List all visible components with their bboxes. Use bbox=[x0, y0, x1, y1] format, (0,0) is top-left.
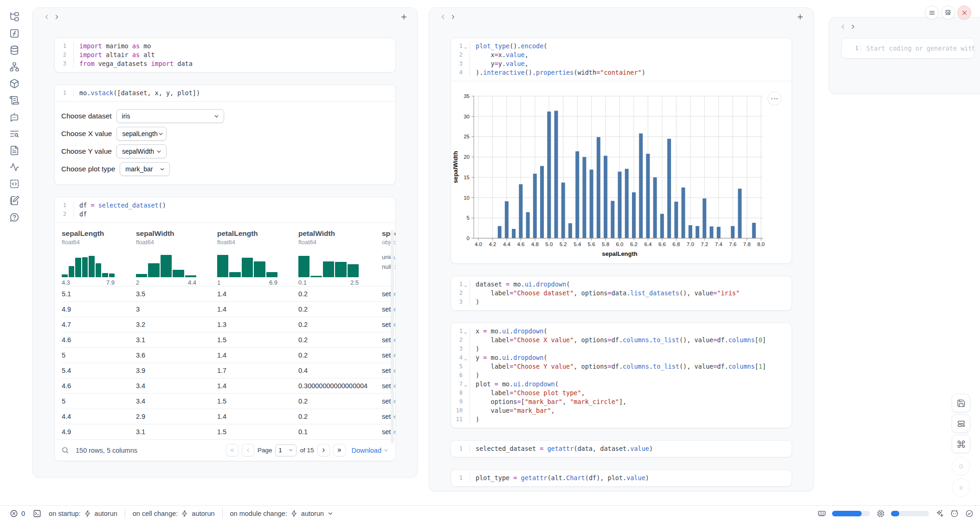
table-row[interactable]: 4.42.91.40.2setosa bbox=[62, 409, 395, 424]
help-bubble-icon[interactable] bbox=[9, 212, 20, 222]
save-button[interactable] bbox=[952, 394, 970, 412]
terminal-icon[interactable] bbox=[32, 509, 41, 518]
chat-bot-icon[interactable] bbox=[9, 111, 20, 122]
activity-pulse-icon[interactable] bbox=[9, 162, 20, 172]
database-icon[interactable] bbox=[9, 45, 20, 55]
file-tree-icon[interactable] bbox=[9, 11, 20, 22]
logs-scroll-icon[interactable] bbox=[9, 95, 20, 105]
add-cell-icon[interactable] bbox=[399, 12, 409, 22]
settings-gear-icon[interactable] bbox=[941, 6, 955, 20]
code-line[interactable]: 4y = mo.ui.dropdown( bbox=[451, 353, 792, 362]
code-line[interactable]: 1df = selected_dataset() bbox=[55, 201, 395, 210]
panel-next-icon[interactable] bbox=[448, 12, 458, 22]
empty-code-cell[interactable]: 1 Start coding or generate with AI bbox=[841, 38, 974, 59]
table-row[interactable]: 4.931.40.2setosa bbox=[62, 301, 395, 317]
run-button[interactable] bbox=[952, 478, 970, 497]
code-line[interactable]: 9 options=["mark_bar", "mark_circle"], bbox=[451, 397, 792, 406]
dataset-dropdown-cell[interactable]: 1dataset = mo.ui.dropdown(2 label="Choos… bbox=[451, 276, 792, 311]
panel-next-icon[interactable] bbox=[848, 21, 858, 32]
add-cell-icon[interactable] bbox=[795, 12, 805, 22]
next-page-button[interactable] bbox=[317, 444, 330, 456]
panel-prev-icon[interactable] bbox=[438, 12, 448, 22]
code-line[interactable]: 2 label="Choose X value", options=df.col… bbox=[451, 336, 792, 345]
table-row[interactable]: 4.93.11.50.1setosa bbox=[62, 424, 395, 439]
code-line[interactable]: 2import altair as alt bbox=[55, 51, 395, 59]
table-row[interactable]: 4.63.41.40.30000000000000004setosa bbox=[62, 378, 395, 393]
panel-prev-icon[interactable] bbox=[838, 21, 848, 32]
menu-icon[interactable] bbox=[925, 6, 939, 20]
previous-page-button[interactable] bbox=[242, 444, 254, 456]
last-page-button[interactable] bbox=[333, 444, 346, 456]
table-row[interactable]: 5.43.91.70.4setosa bbox=[62, 363, 395, 378]
page-number-select[interactable]: 1 bbox=[275, 444, 297, 456]
table-row[interactable]: 53.41.50.2setosa bbox=[62, 393, 395, 409]
chart-menu-icon[interactable] bbox=[767, 91, 781, 105]
table-column-header[interactable]: sepalLengthfloat644.37.9 bbox=[62, 229, 136, 286]
code-line[interactable]: 1import marimo as mo bbox=[55, 42, 395, 51]
download-button[interactable]: Download bbox=[352, 447, 389, 454]
panel-prev-icon[interactable] bbox=[41, 12, 52, 22]
check-circle-icon[interactable] bbox=[965, 509, 974, 518]
table-column-header[interactable]: petalLengthfloat6416.9 bbox=[217, 229, 298, 286]
choose-dataset-select[interactable]: iris bbox=[116, 109, 224, 123]
code-line[interactable]: 1dataset = mo.ui.dropdown( bbox=[451, 280, 792, 289]
sparkles-icon[interactable] bbox=[935, 509, 944, 518]
copilot-icon[interactable] bbox=[950, 509, 959, 518]
code-line[interactable]: 1plot_type().encode( bbox=[451, 42, 792, 51]
code-line[interactable]: 10 value="mark_bar", bbox=[451, 406, 792, 415]
code-line[interactable]: 2 label="Choose dataset", options=data.l… bbox=[451, 289, 792, 298]
table-row[interactable]: 4.63.11.50.2setosa bbox=[62, 332, 395, 347]
panel-next-icon[interactable] bbox=[52, 12, 62, 22]
imports-cell[interactable]: 1import marimo as mo2import altair as al… bbox=[54, 38, 396, 72]
snippets-file-icon[interactable] bbox=[9, 145, 20, 156]
fold-chevron-icon[interactable] bbox=[464, 329, 468, 333]
command-palette-button[interactable] bbox=[952, 435, 970, 453]
vstack-cell[interactable]: 1mo.vstack([dataset, x, y, plot])Choose … bbox=[54, 85, 396, 185]
code-line[interactable]: 2df bbox=[55, 210, 395, 219]
code-line[interactable]: 7plot = mo.ui.dropdown( bbox=[451, 380, 792, 389]
runtime-setting-2[interactable]: on module change:autorun bbox=[230, 510, 334, 517]
table-scrollbar[interactable] bbox=[391, 230, 394, 443]
generate-link[interactable]: generate bbox=[927, 45, 957, 52]
code-line[interactable]: 11) bbox=[451, 415, 792, 424]
search-icon[interactable] bbox=[61, 446, 69, 454]
code-line[interactable]: 1selected_dataset = getattr(data, datase… bbox=[451, 444, 792, 453]
code-line[interactable]: 2 x=x.value, bbox=[451, 51, 792, 59]
embed-code-icon[interactable] bbox=[9, 178, 20, 189]
fold-chevron-icon[interactable] bbox=[464, 382, 468, 386]
code-line[interactable]: 3from vega_datasets import data bbox=[55, 59, 395, 68]
layout-panels-button[interactable] bbox=[952, 414, 970, 433]
runtime-setting-1[interactable]: on cell change:autorun bbox=[133, 510, 215, 517]
scratchpad-icon[interactable] bbox=[9, 195, 20, 206]
code-line[interactable]: 6) bbox=[451, 371, 792, 380]
choose-x-value-select[interactable]: sepalLength bbox=[116, 127, 167, 141]
selected-dataset-cell[interactable]: 1selected_dataset = getattr(data, datase… bbox=[451, 440, 792, 457]
plot-type-cell[interactable]: 1plot_type = getattr(alt.Chart(df), plot… bbox=[451, 469, 792, 487]
code-line[interactable]: 3) bbox=[451, 345, 792, 353]
dependency-graph-icon[interactable] bbox=[9, 61, 20, 72]
function-icon[interactable] bbox=[9, 28, 20, 39]
package-icon[interactable] bbox=[9, 78, 20, 89]
plot-cell[interactable]: 1plot_type().encode(2 x=x.value,3 y=y.va… bbox=[451, 38, 792, 264]
code-line[interactable]: 8 label="Choose plot type", bbox=[451, 389, 792, 397]
table-row[interactable]: 4.73.21.30.2setosa bbox=[62, 317, 395, 332]
runtime-setting-0[interactable]: on startup:autorun bbox=[49, 510, 117, 517]
xy-plot-dropdowns-cell[interactable]: 1x = mo.ui.dropdown(2 label="Choose X va… bbox=[451, 323, 792, 428]
first-page-button[interactable] bbox=[226, 444, 239, 456]
close-icon[interactable] bbox=[957, 6, 971, 20]
table-column-header[interactable]: petalWidthfloat640.12.5 bbox=[298, 229, 382, 286]
code-line[interactable]: 5 label="Choose Y value", options=df.col… bbox=[451, 362, 792, 371]
table-row[interactable]: 53.61.40.2setosa bbox=[62, 347, 395, 363]
table-row[interactable]: 5.13.51.40.2setosa bbox=[62, 286, 395, 301]
code-line[interactable]: 4).interactive().properties(width="conta… bbox=[451, 68, 792, 77]
dataframe-cell[interactable]: 1df = selected_dataset()2dfsepalLengthfl… bbox=[54, 197, 396, 461]
code-line[interactable]: 1plot_type = getattr(alt.Chart(df), plot… bbox=[451, 474, 792, 482]
stop-button[interactable] bbox=[952, 457, 970, 475]
choose-plot-type-select[interactable]: mark_bar bbox=[120, 162, 170, 176]
code-line[interactable]: 1mo.vstack([dataset, x, y, plot]) bbox=[55, 89, 395, 98]
fold-chevron-icon[interactable] bbox=[464, 356, 468, 360]
code-line[interactable]: 3 y=y.value, bbox=[451, 59, 792, 68]
choose-y-value-select[interactable]: sepalWidth bbox=[116, 144, 167, 158]
fold-chevron-icon[interactable] bbox=[464, 282, 468, 287]
error-count-badge[interactable]: 0 bbox=[9, 509, 25, 518]
